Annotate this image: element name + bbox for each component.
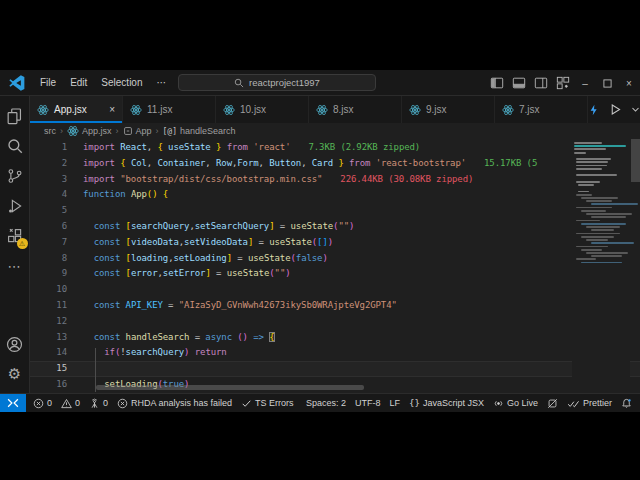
code-line-11[interactable]: 11 const API_KEY = "AIzaSyD_GVnWwh42673i… [30,298,640,314]
tab-9.jsx[interactable]: 9.jsx [402,96,495,123]
activity-item-source-control[interactable] [1,161,29,191]
action-run[interactable] [609,103,622,116]
activity-item-extensions[interactable]: ⚠ [1,221,29,251]
code-line-4[interactable]: 4function App() { [30,187,640,203]
activity-item-search[interactable] [1,131,29,161]
minimap[interactable] [572,139,630,393]
tab-10.jsx[interactable]: 10.jsx [216,96,309,123]
breadcrumb-separator: › [116,126,119,136]
breadcrumb-item-handlesearch[interactable]: [@]handleSearch [163,126,236,136]
line-content: import React, { useState } from 'react'7… [83,140,420,156]
code-line-3[interactable]: 3import "bootstrap/dist/css/bootstrap.mi… [30,172,640,188]
minimap-line [586,213,632,215]
vertical-scrollbar[interactable] [631,139,640,182]
code-line-2[interactable]: 2import { Col, Container, Row,Form, Butt… [30,156,640,172]
status-label: JavaScript JSX [423,398,484,408]
activity-item-account[interactable] [1,329,29,359]
minimap-line [576,174,617,176]
close-window-button[interactable]: × [618,70,640,96]
line-content: const [searchQuery,setSearchQuery] = use… [83,219,354,235]
menu-edit[interactable]: Edit [63,77,94,88]
status-label: Go Live [507,398,538,408]
line-content: import { Col, Container, Row,Form, Butto… [83,156,537,172]
tab-7.jsx[interactable]: 7.jsx [495,96,588,123]
status-label: 0 [103,398,108,408]
code-line-8[interactable]: 8 const [loading,setLoading] = useState(… [30,251,640,267]
code-line-13[interactable]: 13 const handleSearch = async () => { [30,330,640,346]
minimap-line [574,152,586,154]
code-line-14[interactable]: 14 if(!searchQuery) return [30,345,640,361]
activity-item-run-debug[interactable] [1,191,29,221]
minimap-line [586,200,612,202]
restore-button[interactable] [596,70,618,96]
status-rhda-status[interactable]: RHDA analysis has failed [117,398,232,409]
code-line-10[interactable]: 10 [30,282,640,298]
minimap-line [586,239,608,241]
layout-customize-icon[interactable] [552,70,574,96]
tabs: App.jsx×11.jsx10.jsx8.jsx9.jsx7.jsx [30,96,588,123]
line-content: if(!searchQuery) return [83,345,227,361]
search-value: reactproject1997 [249,77,320,88]
line-number: 2 [30,156,83,172]
status-prettier[interactable]: Prettier [567,398,612,409]
code-line-7[interactable]: 7 const [videoData,setVideoData] = useSt… [30,235,640,251]
code-line-15[interactable]: 15 [30,361,640,377]
status-eol[interactable]: LF [390,398,401,408]
status-language-mode[interactable]: {}JavaScript JSX [409,398,484,408]
code-line-5[interactable]: 5 [30,203,640,219]
error-circle-icon [33,398,44,409]
import-cost-annotation: 15.17KB (5 [484,158,537,168]
breadcrumb-label: handleSearch [180,126,236,136]
code-editor[interactable]: 1import React, { useState } from 'react'… [30,139,640,393]
status-problems-errors[interactable]: 0 [33,398,52,409]
status-go-live[interactable]: Go Live [493,398,538,409]
activity-item-settings[interactable]: ⚙ [1,359,29,389]
panel-bottom-icon[interactable] [508,70,530,96]
status-indentation[interactable]: Spaces: 2 [306,398,346,408]
action-run-dropdown[interactable] [631,105,640,114]
status-ts-errors[interactable]: TS Errors [241,398,294,409]
code-line-12[interactable]: 12 [30,314,640,330]
tab-11.jsx[interactable]: 11.jsx [123,96,216,123]
minimap-line [576,165,608,167]
menu-more[interactable]: ⋯ [150,77,174,88]
tab-App.jsx[interactable]: App.jsx× [30,96,123,123]
status-ports[interactable]: 0 [89,398,108,409]
minimap-line [574,148,606,150]
horizontal-scrollbar[interactable] [96,385,364,390]
menu-selection[interactable]: Selection [94,77,149,88]
tab-8.jsx[interactable]: 8.jsx [309,96,402,123]
line-number: 1 [30,140,83,156]
activity-item-more-views[interactable]: ⋯ [1,251,29,281]
command-center-search[interactable]: reactproject1997 [178,74,376,91]
minimap-line [572,178,628,180]
status-problems-warnings[interactable]: 0 [61,398,80,409]
panel-left-icon[interactable] [486,70,508,96]
code-line-9[interactable]: 9 const [error,setError] = useState("") [30,266,640,282]
line-number: 3 [30,172,83,188]
minimap-line [586,226,620,228]
react-icon [316,104,328,116]
panel-right-icon[interactable] [530,70,552,96]
status-label: Prettier [583,398,612,408]
status-notifications[interactable] [621,398,632,409]
line-number: 13 [30,330,83,346]
menu-file[interactable]: File [33,77,63,88]
code-line-6[interactable]: 6 const [searchQuery,setSearchQuery] = u… [30,219,640,235]
action-run-code[interactable] [588,104,600,116]
symbol-method-icon: [@] [163,127,177,136]
minimap-line [591,242,634,244]
breadcrumb-item-src[interactable]: src [44,126,56,136]
line-number: 5 [30,203,83,219]
remote-indicator[interactable] [0,394,26,412]
breadcrumb-item-app.jsx[interactable]: App.jsx [67,125,112,137]
breadcrumb-item-app[interactable]: App [123,126,152,136]
code-line-1[interactable]: 1import React, { useState } from 'react'… [30,140,640,156]
status-encoding[interactable]: UTF-8 [355,398,381,408]
minimize-button[interactable]: – [574,70,596,96]
close-icon[interactable]: × [109,104,115,115]
line-content: import "bootstrap/dist/css/bootstrap.min… [83,172,473,188]
error-circle-icon [117,398,128,409]
status-disabled-indicator[interactable] [547,398,558,409]
activity-item-explorer[interactable] [1,101,29,131]
